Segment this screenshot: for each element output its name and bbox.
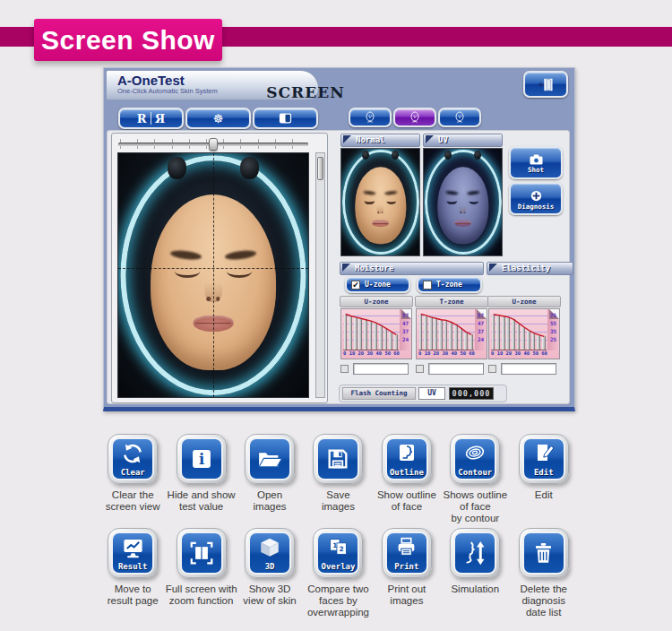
chart-ytick: 25: [548, 336, 558, 342]
flash-counting-label: Flash Counting: [342, 387, 416, 400]
fullscreen-icon: [188, 540, 215, 566]
value-input[interactable]: [353, 363, 409, 375]
open-folder-icon: [255, 445, 284, 472]
contour-button[interactable]: Contour: [450, 434, 500, 484]
chart-ytick: 57: [476, 312, 486, 318]
t-zone-checkbox[interactable]: [423, 281, 432, 290]
print-button-label: Print: [387, 562, 426, 571]
threed-button-face: 3D: [248, 532, 291, 575]
cube-icon: [258, 536, 281, 559]
chart-ytick: 47: [476, 320, 486, 326]
save-images-button[interactable]: [313, 434, 363, 484]
chart-bar: [419, 314, 423, 350]
clear-button-cell: ClearClear the screen view: [99, 434, 167, 524]
chart-plot: [418, 311, 474, 350]
chart-bar: [537, 335, 540, 350]
face-photo: [117, 152, 309, 398]
trash-icon: [531, 541, 556, 566]
face-outline-icon: [396, 442, 418, 463]
delete-button[interactable]: [519, 528, 569, 578]
value-checkbox[interactable]: [340, 365, 349, 373]
fullscreen-button[interactable]: [177, 528, 227, 578]
face-view-normal-button[interactable]: [349, 108, 392, 127]
chart-ytick: 35: [548, 328, 558, 334]
zone-chart: 574737240102030405060: [340, 308, 412, 359]
outline-button[interactable]: Outline: [382, 434, 432, 484]
exit-button[interactable]: [523, 71, 568, 98]
chart-bar: [434, 318, 437, 350]
uv-view-header: UV: [423, 134, 503, 147]
open-images-button-face: [248, 437, 291, 480]
mirror-compare-button[interactable]: RЯ: [118, 108, 184, 129]
u-zone-checkbox[interactable]: ✔: [351, 281, 360, 290]
page-title: SCREEN: [216, 83, 395, 101]
zone-chart: 574737240102030405060: [416, 308, 487, 359]
icon-row-2: ResultMove to result pageFull screen wit…: [99, 528, 578, 618]
chart-ytick: 24: [401, 336, 410, 342]
normal-view-image: [340, 148, 420, 256]
fixture-knob: [168, 157, 186, 178]
chart-column-2: T-zone574737240102030405060: [415, 293, 488, 379]
chart-bar: [394, 334, 398, 350]
outline-button-label: Outline: [387, 468, 426, 477]
face-view-uv-button[interactable]: [393, 108, 436, 127]
svg-text:i: i: [199, 451, 204, 468]
chart-ytick: 47: [401, 320, 410, 326]
slider-thumb[interactable]: [209, 138, 218, 151]
face-view-plain-button[interactable]: [438, 108, 481, 127]
chart-bar: [354, 317, 358, 350]
chart-bar: [349, 316, 352, 350]
result-button[interactable]: Result: [108, 528, 158, 578]
overlay-button-label: Overlay: [318, 562, 358, 571]
edit-icon: [533, 442, 555, 463]
t-zone-toggle[interactable]: T-zone: [417, 276, 482, 293]
flash-counter-display: 000,000: [449, 387, 494, 400]
chart-zone-title: T-zone: [415, 296, 488, 307]
monitor-chart-icon: [121, 536, 145, 560]
clear-button-label: Clear: [113, 468, 152, 477]
open-images-button[interactable]: [245, 434, 295, 484]
scrollbar-thumb[interactable]: [317, 157, 323, 180]
simulation-icon: [461, 539, 488, 567]
brightness-button[interactable]: ☸: [185, 108, 251, 129]
chart-bar: [344, 314, 348, 350]
camera-view-frame: [111, 133, 328, 403]
chart-plot: [343, 311, 399, 350]
shot-button[interactable]: Shot: [509, 146, 563, 179]
threed-button[interactable]: 3D: [245, 528, 295, 578]
chart-bar: [379, 325, 383, 350]
edit-button[interactable]: Edit: [519, 434, 569, 484]
vertical-scrollbar[interactable]: [315, 152, 325, 398]
save-images-button-cell: Save images: [304, 434, 372, 524]
face-icon: [408, 110, 422, 125]
u-zone-toggle[interactable]: ✔ U-zone: [345, 276, 410, 293]
horizontal-zoom-slider[interactable]: [118, 138, 308, 151]
hide-show-button[interactable]: i: [177, 434, 227, 484]
chart-xticks: 0102030405060: [418, 350, 475, 356]
print-button[interactable]: Print: [382, 528, 432, 578]
chart-ytick: 37: [476, 328, 486, 334]
outline-button-face: Outline: [385, 437, 428, 480]
chart-xticks: 0102030405060: [491, 350, 547, 356]
elasticity-section-header: Elasticity: [487, 262, 573, 275]
clear-button-face: Clear: [111, 437, 154, 480]
diagnosis-button[interactable]: Diagnosis: [509, 182, 563, 215]
simulation-button[interactable]: [450, 528, 500, 578]
value-checkbox[interactable]: [488, 365, 496, 373]
chart-column-3: U-zone755535250102030405060: [487, 293, 561, 379]
app-window: A-OneTest One-Click Automatic Skin Syste…: [103, 67, 575, 411]
overlay-button[interactable]: 12Overlay: [313, 528, 363, 578]
clear-button[interactable]: Clear: [108, 434, 158, 484]
chart-ytick: 55: [548, 320, 558, 326]
value-input[interactable]: [428, 363, 484, 375]
moisture-section-header: Moisture: [340, 262, 484, 275]
uv-view-image: [423, 148, 503, 256]
chart-bar: [502, 316, 505, 350]
save-images-button-face: [316, 437, 359, 480]
chart-ytick: 57: [401, 312, 410, 318]
value-input[interactable]: [501, 363, 556, 375]
value-checkbox[interactable]: [416, 365, 424, 373]
chart-bar: [444, 320, 448, 350]
chart-input-row: [488, 363, 560, 376]
contrast-button[interactable]: [253, 108, 318, 129]
